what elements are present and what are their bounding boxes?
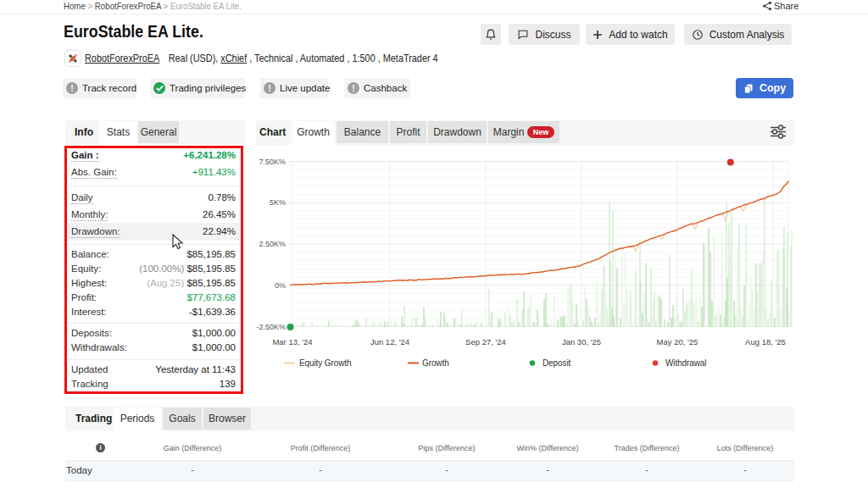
svg-text:Equity Growth: Equity Growth [299, 358, 352, 368]
svg-text:Sep 27, '24: Sep 27, '24 [465, 337, 506, 347]
svg-text:7.50K%: 7.50K% [259, 158, 286, 166]
svg-text:5K%: 5K% [270, 198, 286, 207]
svg-text:0%: 0% [275, 281, 286, 290]
svg-text:May 20, '25: May 20, '25 [657, 337, 698, 347]
svg-text:Jun 12, '24: Jun 12, '24 [370, 337, 409, 347]
svg-text:Deposit: Deposit [542, 358, 571, 368]
svg-text:2.50K%: 2.50K% [259, 240, 286, 248]
svg-text:Jan 30, '25: Jan 30, '25 [562, 337, 601, 347]
svg-text:Withdrawal: Withdrawal [665, 358, 706, 368]
svg-text:Mar 13, '24: Mar 13, '24 [272, 337, 312, 347]
svg-text:-2.50K%: -2.50K% [256, 323, 286, 331]
svg-text:Aug 18, '25: Aug 18, '25 [745, 337, 786, 347]
svg-text:Growth: Growth [422, 358, 449, 368]
